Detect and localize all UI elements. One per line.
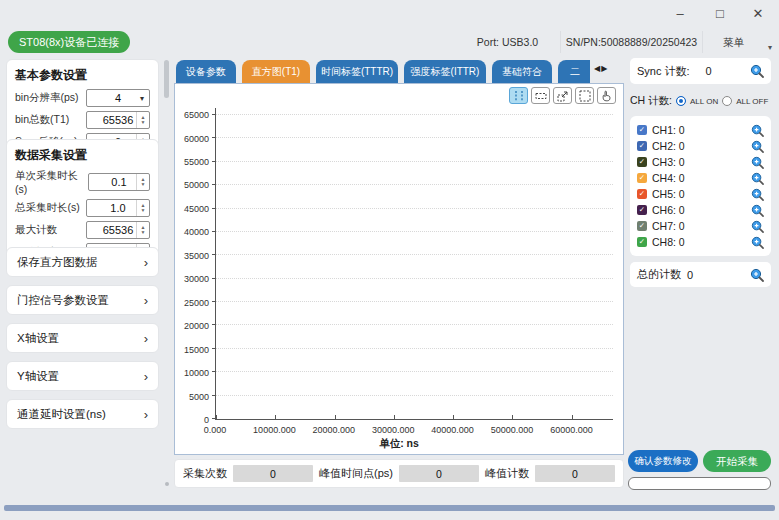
y-tick-label: 25000	[184, 298, 209, 308]
combo-arrow-icon[interactable]: ▾	[135, 90, 149, 106]
section-save-histogram[interactable]: 保存直方图数据 ›	[6, 247, 159, 277]
y-tick-label: 40000	[184, 227, 209, 237]
ch4-checkbox[interactable]: ✓	[637, 173, 647, 183]
sync-count-label: Sync 计数:	[637, 64, 690, 79]
pan-hand-tool-icon[interactable]	[597, 87, 616, 104]
y-tick-label: 5000	[189, 392, 209, 402]
section-x-axis[interactable]: X轴设置 ›	[6, 323, 159, 353]
bin-count-label: bin总数(T1)	[15, 113, 69, 127]
spin-down-icon[interactable]: ▼	[141, 120, 146, 125]
start-acquisition-button[interactable]: 开始采集	[703, 450, 771, 472]
gridline	[216, 208, 613, 209]
ch6-checkbox[interactable]: ✓	[637, 205, 647, 215]
ch5-count-label: CH5: 0	[652, 188, 685, 200]
tab-histogram-t1[interactable]: 直方图(T1)	[242, 60, 310, 83]
sidebar-scrollbar[interactable]	[163, 60, 170, 490]
spin-down-icon[interactable]: ▼	[141, 182, 146, 187]
total-duration-stepper[interactable]: 1.0 ▲▼	[86, 199, 150, 217]
ch7-checkbox[interactable]: ✓	[637, 221, 647, 231]
ch-count-row: CH 计数: ALL ON ALL OFF	[630, 94, 775, 108]
magnifier-icon[interactable]	[751, 140, 764, 153]
magnifier-icon[interactable]	[751, 172, 764, 185]
confirm-params-button[interactable]: 确认参数修改	[628, 450, 698, 472]
tab-intensity-tag-ittr[interactable]: 强度标签(ITTR)	[404, 60, 486, 83]
channel-row-ch1: ✓ CH1: 0	[637, 122, 764, 138]
x-tick-label: 30000.000	[372, 425, 415, 435]
x-tickmark	[572, 415, 573, 419]
menu-button[interactable]: 菜单 ▾	[702, 31, 764, 53]
maximize-button[interactable]: □	[705, 3, 735, 25]
zoom-x-select-tool-icon[interactable]	[509, 87, 528, 104]
all-off-radio[interactable]	[722, 96, 732, 106]
progress-bar	[628, 477, 771, 490]
tab-basic-coincidence[interactable]: 基础符合	[492, 60, 552, 83]
single-duration-stepper[interactable]: 0.1 ▲▼	[88, 173, 150, 191]
y-tickmark	[212, 348, 216, 349]
plot-area[interactable]	[215, 108, 613, 420]
x-tick-label: 20000.000	[313, 425, 356, 435]
minimize-button[interactable]: –	[665, 3, 695, 25]
channel-row-ch8: ✓ CH8: 0	[637, 234, 764, 250]
spinner-arrows[interactable]: ▲▼	[136, 200, 149, 216]
y-tickmark	[212, 231, 216, 232]
port-label: Port: USB3.0	[455, 31, 560, 53]
max-count-stepper[interactable]: 65536 ▲▼	[86, 221, 150, 239]
magnifier-icon[interactable]	[751, 204, 764, 217]
magnifier-icon[interactable]	[751, 220, 764, 233]
section-gate-signal[interactable]: 门控信号参数设置 ›	[6, 285, 159, 315]
y-tickmark	[212, 395, 216, 396]
spin-down-icon[interactable]: ▼	[141, 208, 146, 213]
tab-clipped[interactable]: 二	[558, 60, 590, 83]
magnifier-icon[interactable]	[751, 188, 764, 201]
device-status-badge: ST08(8x)设备已连接	[8, 31, 130, 53]
ch7-count-label: CH7: 0	[652, 220, 685, 232]
spinner-arrows[interactable]: ▲▼	[136, 222, 149, 238]
x-tickmark	[275, 415, 276, 419]
tab-time-tag-tttr[interactable]: 时间标签(TTTR)	[316, 60, 398, 83]
sidebar-scrollbar-thumb[interactable]	[164, 60, 169, 98]
tab-scroll-arrows[interactable]: ◀▶	[594, 64, 608, 73]
ch2-checkbox[interactable]: ✓	[637, 141, 647, 151]
spinner-arrows[interactable]: ▲▼	[136, 174, 149, 190]
ch5-checkbox[interactable]: ✓	[637, 189, 647, 199]
section-y-axis[interactable]: Y轴设置 ›	[6, 361, 159, 391]
magnifier-icon[interactable]	[750, 268, 764, 282]
close-button[interactable]: ✕	[743, 3, 773, 25]
field-bin-count: bin总数(T1) 65536 ▲▼	[15, 111, 150, 129]
scrollbar-down-arrow[interactable]	[165, 482, 169, 486]
section-channel-delay[interactable]: 通道延时设置(ns) ›	[6, 399, 159, 429]
zoom-y-select-tool-icon[interactable]	[531, 87, 550, 104]
zoom-out-region-tool-icon[interactable]	[553, 87, 572, 104]
basic-params-title: 基本参数设置	[15, 67, 150, 84]
bin-count-stepper[interactable]: 65536 ▲▼	[86, 111, 150, 129]
ch3-checkbox[interactable]: ✓	[637, 157, 647, 167]
bin-count-value: 65536	[103, 114, 134, 126]
all-on-radio[interactable]	[676, 96, 686, 106]
ch2-count-label: CH2: 0	[652, 140, 685, 152]
gridline	[216, 161, 613, 162]
y-tick-label: 65000	[184, 110, 209, 120]
chevron-right-icon: ›	[144, 331, 148, 346]
magnifier-icon[interactable]	[751, 124, 764, 137]
y-tick-label: 35000	[184, 251, 209, 261]
gridline	[216, 231, 613, 232]
magnifier-icon[interactable]	[750, 64, 764, 78]
magnifier-icon[interactable]	[751, 156, 764, 169]
max-count-value: 65536	[103, 224, 134, 236]
spin-down-icon[interactable]: ▼	[141, 230, 146, 235]
peak-time-label: 峰值时间点(ps)	[319, 466, 393, 481]
spinner-arrows[interactable]: ▲▼	[136, 112, 149, 128]
ch1-checkbox[interactable]: ✓	[637, 125, 647, 135]
y-tickmark	[212, 254, 216, 255]
tab-scroll-right-icon[interactable]: ▶	[601, 64, 608, 73]
maximize-icon: □	[716, 6, 724, 21]
sync-count-value: 0	[706, 65, 712, 77]
bin-resolution-combobox[interactable]: 4 ▾	[86, 89, 150, 107]
ch8-checkbox[interactable]: ✓	[637, 237, 647, 247]
box-select-tool-icon[interactable]	[575, 87, 594, 104]
ch6-count-label: CH6: 0	[652, 204, 685, 216]
magnifier-icon[interactable]	[751, 236, 764, 249]
menu-caret-icon: ▾	[768, 37, 772, 59]
tab-device-params[interactable]: 设备参数	[176, 60, 236, 83]
section-label: 门控信号参数设置	[17, 293, 109, 308]
